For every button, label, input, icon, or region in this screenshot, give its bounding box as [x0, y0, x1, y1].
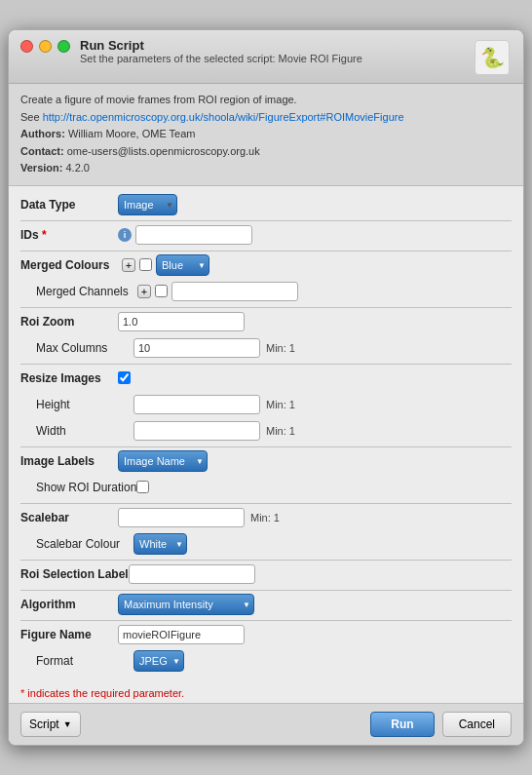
window-subtitle: Set the parameters of the selected scrip…: [80, 53, 473, 64]
python-logo: 🐍: [475, 40, 510, 75]
authors-line: Authors: William Moore, OME Team: [20, 126, 512, 143]
ids-info-icon[interactable]: i: [118, 228, 132, 242]
scalebar-row: Scalebar Min: 1: [20, 507, 512, 528]
algorithm-row: Algorithm Maximum Intensity Mean Intensi…: [20, 594, 512, 615]
scalebar-colour-select-wrapper: White Black Red Yellow: [133, 533, 187, 555]
cancel-button[interactable]: Cancel: [442, 712, 512, 737]
roi-selection-label-label: Roi Selection Label: [20, 567, 129, 581]
image-labels-select[interactable]: Image Name Dataset name Tag: [118, 450, 208, 472]
image-labels-row: Image Labels Image Name Dataset name Tag: [20, 450, 512, 472]
maximize-button[interactable]: [57, 40, 70, 53]
titlebar-text: Run Script Set the parameters of the sel…: [80, 38, 473, 64]
merged-colours-select-wrapper: Blue Red Green Yellow: [156, 254, 209, 276]
authors-value: William Moore, OME Team: [68, 128, 196, 139]
merged-channels-input[interactable]: [171, 282, 298, 301]
resize-images-row: Resize Images: [20, 368, 512, 389]
script-button-label: Script: [29, 717, 59, 731]
height-label: Height: [36, 398, 133, 411]
max-columns-input[interactable]: [133, 338, 260, 358]
merged-colours-plus-btn[interactable]: +: [122, 258, 135, 272]
titlebar: Run Script Set the parameters of the sel…: [9, 30, 523, 84]
version-line: Version: 4.2.0: [20, 160, 512, 177]
resize-images-checkbox[interactable]: [118, 371, 131, 384]
roi-zoom-input[interactable]: [118, 312, 245, 331]
merged-channels-label: Merged Channels: [36, 285, 133, 298]
ids-row: IDs * i: [20, 224, 512, 246]
scalebar-label: Scalebar: [20, 511, 118, 524]
ids-input[interactable]: [135, 225, 252, 245]
image-labels-label: Image Labels: [20, 454, 118, 468]
algorithm-label: Algorithm: [20, 598, 118, 611]
info-section: Create a figure of movie frames from ROI…: [9, 84, 523, 186]
max-columns-hint: Min: 1: [266, 342, 295, 354]
data-type-select[interactable]: Image Dataset: [118, 194, 177, 215]
scalebar-colour-row: Scalebar Colour White Black Red Yellow: [36, 533, 512, 555]
roi-selection-label-row: Roi Selection Label: [20, 563, 512, 585]
scalebar-colour-label: Scalebar Colour: [36, 537, 133, 551]
description-text: Create a figure of movie frames from ROI…: [20, 92, 512, 109]
show-roi-duration-row: Show ROI Duration: [36, 477, 512, 498]
main-window: Run Script Set the parameters of the sel…: [8, 29, 524, 746]
width-row: Width Min: 1: [36, 420, 512, 442]
algorithm-select[interactable]: Maximum Intensity Mean Intensity: [118, 594, 254, 615]
merged-channels-checkbox[interactable]: [155, 285, 168, 297]
contact-line: Contact: ome-users@lists.openmicroscopy.…: [20, 143, 512, 161]
window-title: Run Script: [80, 38, 473, 53]
wiki-link[interactable]: http://trac.openmicroscopy.org.uk/shoola…: [43, 111, 404, 123]
merged-channels-row: Merged Channels +: [36, 281, 512, 302]
merged-colours-label: Merged Colours: [20, 258, 118, 272]
roi-selection-label-input[interactable]: [129, 564, 255, 584]
scalebar-hint: Min: 1: [250, 512, 280, 523]
height-row: Height Min: 1: [36, 394, 512, 415]
form-section: Data Type Image Dataset IDs * i Merged C…: [9, 186, 523, 684]
merged-colours-select[interactable]: Blue Red Green Yellow: [156, 254, 209, 276]
scalebar-colour-select[interactable]: White Black Red Yellow: [133, 533, 187, 555]
figure-name-label: Figure Name: [20, 628, 118, 641]
roi-zoom-row: Roi Zoom: [20, 311, 512, 332]
height-hint: Min: 1: [266, 399, 295, 410]
footer-left: Script ▼: [20, 712, 81, 737]
max-columns-label: Max Columns: [36, 341, 133, 355]
scalebar-input[interactable]: [118, 508, 245, 527]
minimize-button[interactable]: [39, 40, 52, 53]
script-icon: 🐍: [473, 38, 512, 77]
roi-zoom-label: Roi Zoom: [20, 315, 118, 329]
info-link-line: See http://trac.openmicroscopy.org.uk/sh…: [20, 109, 512, 127]
required-note: * indicates the required parameter.: [9, 684, 523, 703]
data-type-select-wrapper: Image Dataset: [118, 194, 177, 215]
data-type-label: Data Type: [20, 198, 118, 212]
window-controls: [20, 40, 70, 53]
width-hint: Min: 1: [266, 425, 295, 437]
figure-name-input[interactable]: [118, 625, 245, 644]
height-input[interactable]: [133, 395, 260, 414]
format-row: Format JPEG PNG TIFF: [36, 650, 512, 672]
ids-label: IDs *: [20, 228, 118, 242]
close-button[interactable]: [20, 40, 33, 53]
merged-colours-row: Merged Colours + Blue Red Green Yellow: [20, 254, 512, 276]
authors-label: Authors:: [20, 128, 65, 139]
show-roi-duration-checkbox[interactable]: [136, 481, 149, 493]
width-input[interactable]: [133, 421, 260, 441]
footer-right: Run Cancel: [370, 712, 512, 737]
contact-label: Contact:: [20, 145, 64, 157]
show-roi-duration-label: Show ROI Duration: [36, 481, 136, 494]
contact-value: ome-users@lists.openmicroscopy.org.uk: [67, 145, 260, 157]
script-chevron-icon: ▼: [63, 719, 72, 729]
script-button[interactable]: Script ▼: [20, 712, 81, 737]
resize-images-label: Resize Images: [20, 371, 118, 385]
format-select-wrapper: JPEG PNG TIFF: [133, 650, 184, 672]
run-button[interactable]: Run: [370, 712, 434, 737]
data-type-row: Data Type Image Dataset: [20, 194, 512, 215]
version-value: 4.2.0: [65, 162, 89, 174]
footer-bar: Script ▼ Run Cancel: [9, 703, 523, 745]
merged-channels-plus-btn[interactable]: +: [137, 285, 151, 298]
merged-colours-checkbox[interactable]: [139, 258, 152, 271]
format-label: Format: [36, 654, 133, 668]
figure-name-row: Figure Name: [20, 624, 512, 645]
width-label: Width: [36, 424, 133, 438]
format-select[interactable]: JPEG PNG TIFF: [133, 650, 184, 672]
max-columns-row: Max Columns Min: 1: [36, 337, 512, 359]
version-label: Version:: [20, 162, 62, 174]
algorithm-select-wrapper: Maximum Intensity Mean Intensity: [118, 594, 254, 615]
image-labels-select-wrapper: Image Name Dataset name Tag: [118, 450, 208, 472]
